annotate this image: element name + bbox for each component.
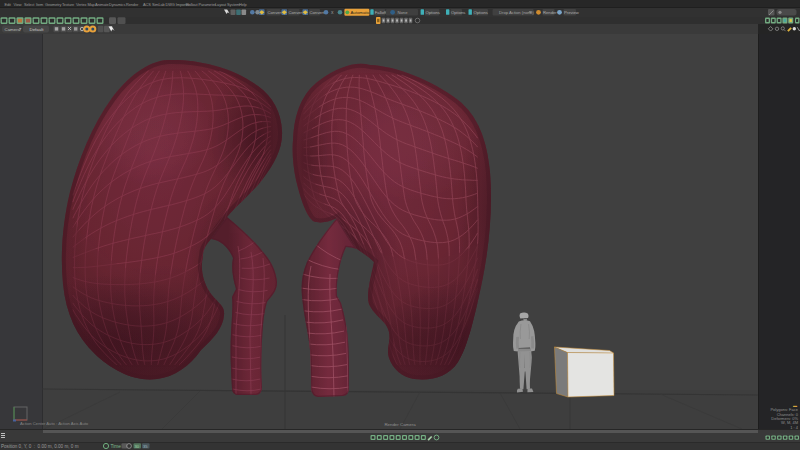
svg-text:Drop Action (none): Drop Action (none) bbox=[499, 10, 535, 15]
svg-text:35: 35 bbox=[143, 444, 148, 449]
svg-text:Options: Options bbox=[474, 10, 488, 15]
svg-text:Options: Options bbox=[426, 10, 440, 15]
svg-text:Action Center Auto : Action: Action Center Auto : Action Axis Auto bbox=[20, 421, 89, 426]
svg-text:Convert: Convert bbox=[310, 10, 325, 15]
svg-text:Convert: Convert bbox=[268, 10, 283, 15]
svg-text:Render: Render bbox=[543, 10, 557, 15]
svg-text:x: x bbox=[331, 9, 334, 15]
svg-text:Preview: Preview bbox=[564, 10, 580, 15]
svg-text:Options: Options bbox=[451, 10, 465, 15]
svg-text:None: None bbox=[398, 10, 409, 15]
svg-text:Camera: Camera bbox=[5, 27, 21, 32]
svg-text:Falloff: Falloff bbox=[375, 10, 387, 15]
svg-text:Default: Default bbox=[30, 27, 45, 32]
svg-text:Time: Time bbox=[111, 444, 122, 449]
svg-text:Convert: Convert bbox=[289, 10, 304, 15]
svg-text:Render Camera: Render Camera bbox=[384, 422, 416, 427]
svg-text:30: 30 bbox=[135, 444, 140, 449]
svg-text:Automatic: Automatic bbox=[351, 10, 371, 15]
